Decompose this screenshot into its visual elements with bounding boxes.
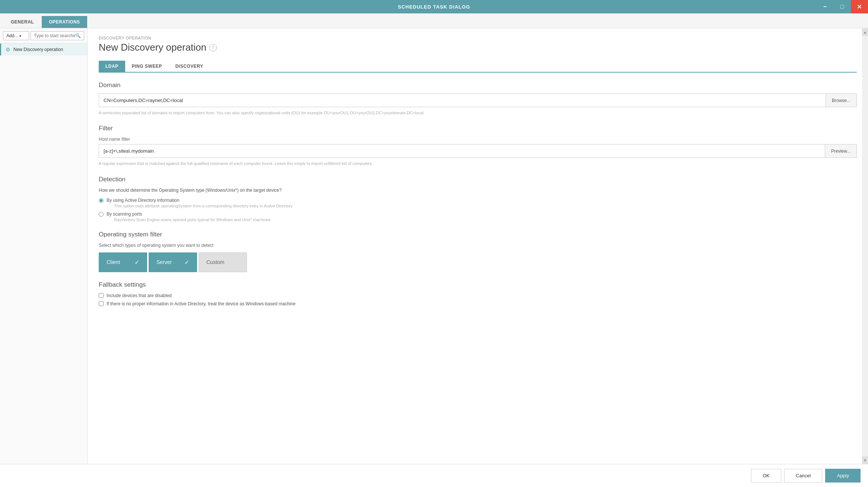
domain-section: Domain Browse... A semicolon separated l…	[99, 82, 857, 116]
os-btn-client[interactable]: Client ✓	[99, 252, 147, 272]
os-btn-custom-label: Custom	[206, 259, 224, 265]
preview-button[interactable]: Preview...	[825, 144, 857, 158]
os-btn-server[interactable]: Server ✓	[149, 252, 197, 272]
domain-input-group: Browse...	[99, 93, 857, 107]
sidebar-toolbar: Add... ▾ 🔍	[0, 28, 87, 44]
radio-scanning-ports[interactable]	[99, 212, 104, 217]
detection-section: Detection How we should determine the Op…	[99, 176, 857, 222]
checkbox-disabled[interactable]	[99, 293, 104, 298]
filter-section: Filter Host name filter Preview... A reg…	[99, 125, 857, 166]
filter-input[interactable]	[99, 144, 825, 158]
ok-button[interactable]: OK	[751, 469, 781, 483]
discovery-icon: ⚙	[6, 47, 10, 52]
discovery-title-row: New Discovery operation ?	[99, 42, 857, 53]
bottom-bar: OK Cancel Apply	[0, 464, 868, 487]
domain-title: Domain	[99, 82, 857, 89]
browse-button[interactable]: Browse...	[826, 93, 857, 107]
radio-option-ports: By scanning ports RayVentory Scan Engine…	[99, 211, 857, 222]
fallback-section: Fallback settings Include devices that a…	[99, 281, 857, 306]
os-filter-desc: Select which types of operating system y…	[99, 243, 857, 248]
sidebar-item-discovery[interactable]: ⚙ New Discovery operation	[0, 44, 87, 55]
sub-tab-bar: LDAP PING SWEEP DISCOVERY	[99, 61, 857, 73]
filter-title: Filter	[99, 125, 857, 132]
maximize-button[interactable]: □	[834, 0, 851, 13]
sub-tab-ping-sweep[interactable]: PING SWEEP	[125, 61, 169, 72]
sub-tab-discovery[interactable]: DISCOVERY	[169, 61, 210, 72]
search-icon: 🔍	[75, 33, 81, 38]
domain-input[interactable]	[99, 93, 826, 107]
main-container: GENERAL OPERATIONS Add... ▾ 🔍 ⚙ New Disc…	[0, 13, 868, 487]
checkbox-disabled-label[interactable]: Include devices that are disabled	[107, 293, 172, 298]
check-icon-client: ✓	[134, 259, 139, 266]
filter-input-group: Preview...	[99, 144, 857, 158]
radio-ports-label[interactable]: By scanning ports	[107, 211, 142, 217]
close-button[interactable]: ✕	[851, 0, 868, 13]
panel-scroll: DISCOVERY OPERATION New Discovery operat…	[88, 28, 868, 464]
sidebar: Add... ▾ 🔍 ⚙ New Discovery operation	[0, 28, 88, 464]
fallback-title: Fallback settings	[99, 281, 857, 289]
radio-ad-desc: This option uses attribute operatingSyst…	[114, 204, 292, 208]
discovery-title-text: New Discovery operation	[99, 42, 206, 53]
title-bar: SCHEDULED TASK DIALOG − □ ✕	[0, 0, 868, 13]
tab-operations[interactable]: OPERATIONS	[42, 16, 87, 28]
check-icon-server: ✓	[184, 259, 189, 266]
scroll-indicator: ▲ ▼	[862, 28, 868, 464]
radio-option-active-directory: By using Active Directory information Th…	[99, 197, 857, 208]
section-label: DISCOVERY OPERATION	[99, 36, 857, 40]
os-btn-server-label: Server	[156, 259, 172, 265]
filter-hint: A regular expression that is matched aga…	[99, 161, 857, 166]
chevron-down-icon: ▾	[19, 34, 21, 38]
sidebar-item-label: New Discovery operation	[13, 47, 63, 52]
domain-hint: A semicolon separated list of domains to…	[99, 110, 857, 116]
detection-title: Detection	[99, 176, 857, 183]
info-icon[interactable]: ?	[209, 44, 217, 51]
checkbox-windows-label[interactable]: If there is no proper information in Act…	[107, 301, 295, 306]
checkbox-disabled-devices: Include devices that are disabled	[99, 293, 857, 298]
minimize-button[interactable]: −	[817, 0, 834, 13]
radio-ad-label[interactable]: By using Active Directory information	[107, 198, 179, 203]
os-btn-client-label: Client	[107, 259, 120, 265]
main-panel: DISCOVERY OPERATION New Discovery operat…	[88, 28, 868, 464]
scroll-up-arrow[interactable]: ▲	[862, 28, 868, 36]
os-filter-title: Operating system filter	[99, 231, 857, 238]
os-btn-custom[interactable]: Custom	[199, 252, 247, 272]
search-box: 🔍	[31, 31, 84, 40]
apply-button[interactable]: Apply	[825, 469, 861, 483]
search-input[interactable]	[34, 33, 75, 38]
checkbox-windows[interactable]	[99, 301, 104, 306]
sub-tab-ldap[interactable]: LDAP	[99, 61, 125, 72]
checkbox-windows-fallback: If there is no proper information in Act…	[99, 301, 857, 306]
content-area: Add... ▾ 🔍 ⚙ New Discovery operation DIS…	[0, 28, 868, 464]
main-tab-bar: GENERAL OPERATIONS	[0, 13, 868, 28]
window-controls: − □ ✕	[817, 0, 868, 13]
hostname-filter-label: Host name filter	[99, 137, 857, 142]
os-buttons: Client ✓ Server ✓ Custom	[99, 252, 857, 272]
radio-active-directory[interactable]	[99, 198, 104, 203]
dialog-title: SCHEDULED TASK DIALOG	[398, 4, 470, 10]
cancel-button[interactable]: Cancel	[784, 469, 822, 483]
scroll-down-arrow[interactable]: ▼	[862, 456, 868, 464]
add-dropdown[interactable]: Add... ▾	[3, 31, 29, 40]
detection-question: How we should determine the Operating Sy…	[99, 188, 857, 193]
os-filter-section: Operating system filter Select which typ…	[99, 231, 857, 272]
radio-ports-desc: RayVentory Scan Engine scans opened port…	[114, 217, 270, 222]
tab-general[interactable]: GENERAL	[4, 16, 41, 28]
